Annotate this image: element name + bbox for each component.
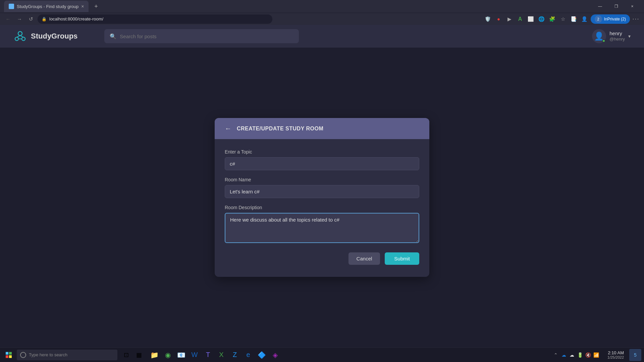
outlook-app[interactable]: 📧 xyxy=(175,349,187,361)
back-btn[interactable]: ← xyxy=(3,14,13,24)
lock-icon: 🔒 xyxy=(42,17,47,21)
extension-icon-video[interactable]: ▶ xyxy=(505,14,514,24)
onedrive-icon2[interactable]: ☁ xyxy=(569,352,575,358)
search-icon: 🔍 xyxy=(110,33,116,40)
svg-point-0 xyxy=(18,32,22,36)
user-section: 👤 henry @henry ▾ xyxy=(592,29,631,43)
more-btn[interactable]: ··· xyxy=(631,14,641,24)
widgets-icon[interactable]: ▦ xyxy=(133,349,145,361)
notification-badge: 5 xyxy=(634,352,637,358)
clock-date: 1/25/2022 xyxy=(607,355,624,359)
refresh-btn[interactable]: ↺ xyxy=(26,14,36,24)
task-view-icon[interactable]: ⊡ xyxy=(120,349,132,361)
tab-favicon xyxy=(9,4,14,9)
close-btn[interactable]: × xyxy=(625,1,640,12)
new-tab-btn[interactable]: + xyxy=(91,2,101,11)
form-actions: Cancel Submit xyxy=(225,252,419,265)
avatar: 👤 xyxy=(592,29,606,43)
room-name-input[interactable] xyxy=(225,185,419,198)
svg-line-3 xyxy=(17,36,20,37)
submit-button[interactable]: Submit xyxy=(385,252,419,265)
main-content: ← CREATE/UPDATE STUDY ROOM Enter a Topic… xyxy=(0,48,644,347)
logo-icon xyxy=(13,29,27,43)
edge-app[interactable]: e xyxy=(242,349,254,361)
user-info: henry @henry xyxy=(609,30,625,42)
profile-icon2[interactable]: 👤 xyxy=(580,14,589,24)
browser-tab[interactable]: StudyGroups - Find study group × xyxy=(4,1,89,12)
vs-app[interactable]: 🔷 xyxy=(256,349,268,361)
app-logo: StudyGroups xyxy=(13,29,77,43)
start-button[interactable] xyxy=(3,349,15,361)
svg-line-4 xyxy=(20,36,23,37)
browser-chrome: StudyGroups - Find study group × + — ❐ ×… xyxy=(0,0,644,25)
search-bar[interactable]: 🔍 xyxy=(104,29,299,43)
onedrive-icon[interactable]: ☁ xyxy=(560,352,567,358)
zoom-app[interactable]: Z xyxy=(229,349,241,361)
url-text: localhost:8000/create-room/ xyxy=(49,16,103,21)
svg-point-1 xyxy=(15,37,18,41)
create-room-form: ← CREATE/UPDATE STUDY ROOM Enter a Topic… xyxy=(215,118,429,277)
teams-app[interactable]: T xyxy=(202,349,214,361)
volume-mute-icon[interactable]: 🔇 xyxy=(585,352,591,358)
app-header: StudyGroups 🔍 👤 henry @henry ▾ xyxy=(0,25,644,48)
tab-title: StudyGroups - Find study group xyxy=(17,4,78,9)
user-name: henry xyxy=(609,30,625,37)
inprivate-btn[interactable]: 2 InPrivate (2) xyxy=(591,14,630,24)
collection-icon[interactable]: 📑 xyxy=(569,14,579,24)
file-explorer-app[interactable]: 📁 xyxy=(148,349,160,361)
extension-icon-box[interactable]: ⬜ xyxy=(526,14,536,24)
window-controls: — ❐ × xyxy=(592,1,640,12)
cancel-button[interactable]: Cancel xyxy=(348,252,380,265)
battery-icon[interactable]: 🔋 xyxy=(577,352,583,358)
taskbar: Type here to search ⊡ ▦ 📁 ◉ 📧 W T X Z e … xyxy=(0,347,644,362)
clock[interactable]: 2:10 AM 1/25/2022 xyxy=(605,350,627,359)
extension-icon-red[interactable]: ● xyxy=(494,14,503,24)
form-header: ← CREATE/UPDATE STUDY ROOM xyxy=(215,118,429,139)
tab-close-btn[interactable]: × xyxy=(81,4,84,9)
vs-code-app[interactable]: ◈ xyxy=(269,349,281,361)
browser-toolbar: ← → ↺ 🔒 localhost:8000/create-room/ 🛡️ ●… xyxy=(0,13,644,25)
svg-rect-9 xyxy=(9,355,12,358)
toolbar-icons: 🛡️ ● ▶ A ⬜ 🌐 🧩 ☆ 📑 👤 2 InPrivate (2) ··· xyxy=(483,14,641,24)
inprivate-circle: 2 xyxy=(595,15,602,23)
taskbar-right: ⌃ ☁ ☁ 🔋 🔇 📶 2:10 AM 1/25/2022 5 xyxy=(550,349,641,361)
user-dropdown-chevron[interactable]: ▾ xyxy=(628,34,631,39)
star-icon[interactable]: ☆ xyxy=(558,14,568,24)
user-handle: @henry xyxy=(609,37,625,42)
excel-app[interactable]: X xyxy=(215,349,227,361)
forward-btn[interactable]: → xyxy=(15,14,24,24)
taskbar-search[interactable]: Type here to search xyxy=(17,350,117,360)
online-indicator xyxy=(602,39,605,43)
browser-titlebar: StudyGroups - Find study group × + — ❐ × xyxy=(0,0,644,13)
minimize-btn[interactable]: — xyxy=(592,1,608,12)
notification-button[interactable]: 5 xyxy=(629,349,641,361)
word-app[interactable]: W xyxy=(189,349,201,361)
form-body: Enter a Topic Room Name Room Description… xyxy=(215,139,429,277)
search-circle-icon xyxy=(20,352,26,358)
chrome-app[interactable]: ◉ xyxy=(162,349,174,361)
svg-rect-6 xyxy=(6,352,8,355)
extension-icon-a[interactable]: A xyxy=(516,14,525,24)
taskbar-search-placeholder: Type here to search xyxy=(29,352,67,357)
room-name-label: Room Name xyxy=(225,177,419,182)
taskbar-icons: ⊡ ▦ xyxy=(120,349,145,361)
globe-icon[interactable]: 🌐 xyxy=(537,14,546,24)
search-input[interactable] xyxy=(120,34,293,39)
back-arrow-btn[interactable]: ← xyxy=(225,125,231,132)
system-tray: ⌃ ☁ ☁ 🔋 🔇 📶 xyxy=(550,352,602,358)
wifi-icon[interactable]: 📶 xyxy=(593,352,599,358)
extension-icon2[interactable]: 🧩 xyxy=(548,14,557,24)
clock-time: 2:10 AM xyxy=(607,350,624,355)
restore-btn[interactable]: ❐ xyxy=(608,1,624,12)
description-textarea[interactable] xyxy=(225,213,419,243)
form-title: CREATE/UPDATE STUDY ROOM xyxy=(237,126,323,132)
topic-input[interactable] xyxy=(225,157,419,170)
shield-icon[interactable]: 🛡️ xyxy=(483,14,493,24)
app-name: StudyGroups xyxy=(31,32,77,41)
svg-rect-7 xyxy=(9,352,12,355)
tray-caret[interactable]: ⌃ xyxy=(552,352,559,358)
topic-label: Enter a Topic xyxy=(225,149,419,155)
svg-rect-8 xyxy=(6,355,8,358)
address-bar[interactable]: 🔒 localhost:8000/create-room/ xyxy=(38,14,272,24)
inprivate-label: InPrivate (2) xyxy=(604,17,626,21)
